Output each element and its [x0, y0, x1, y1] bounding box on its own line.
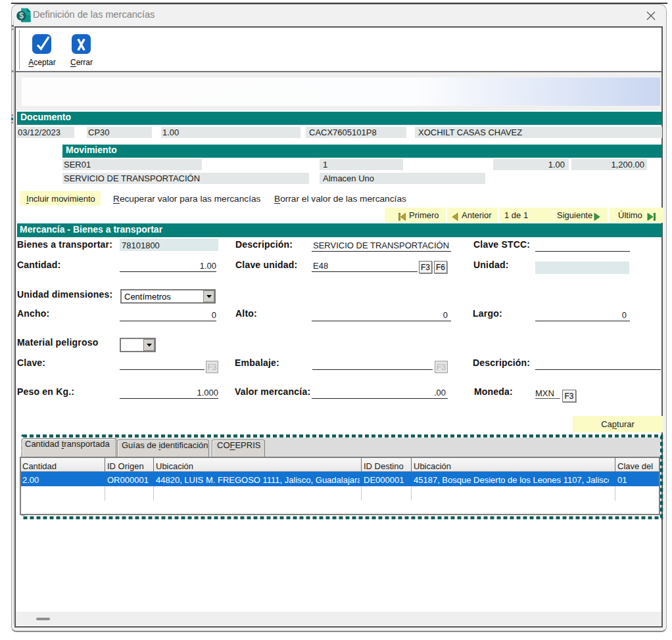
svg-text:$: $	[19, 11, 24, 20]
